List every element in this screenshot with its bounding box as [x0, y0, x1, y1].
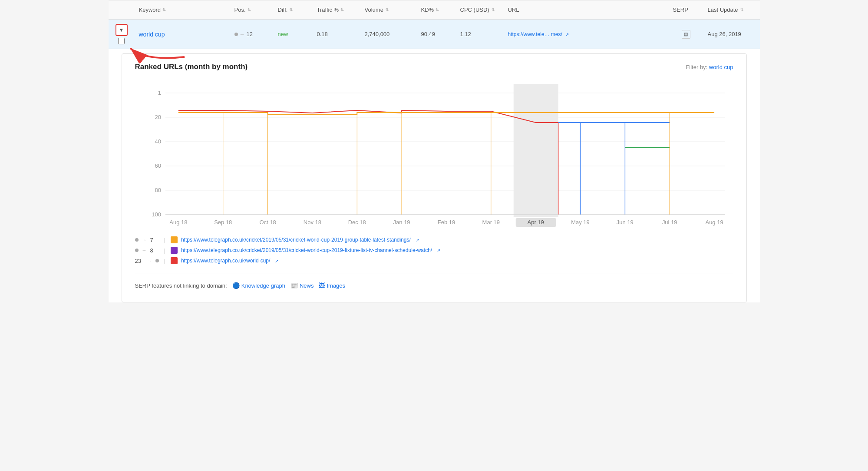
svg-rect-21 — [513, 84, 558, 217]
legend-dot-3 — [155, 259, 159, 262]
sort-keyword-icon: ⇅ — [162, 7, 166, 12]
col-diff[interactable]: Diff. ⇅ — [274, 4, 313, 16]
col-expand — [109, 7, 135, 13]
col-volume[interactable]: Volume ⇅ — [360, 4, 417, 16]
serp-features: SERP features not linking to domain: 🔵 K… — [135, 282, 733, 289]
divider — [135, 273, 733, 273]
svg-text:Dec 18: Dec 18 — [348, 219, 366, 226]
svg-text:40: 40 — [155, 138, 161, 145]
news-label: News — [300, 282, 314, 289]
sort-lastupdate-icon: ⇅ — [740, 7, 743, 12]
chart-container: 1 20 40 60 80 100 Aug 18 Sep 18 Oct 18 N… — [135, 80, 733, 228]
col-pos[interactable]: Pos. ⇅ — [230, 4, 274, 16]
panel-header: Ranked URLs (month by month) Filter by: … — [135, 63, 733, 71]
col-url: URL — [504, 4, 669, 16]
legend-ext-icon-2: ↗ — [437, 248, 440, 253]
legend-num-2: 8 — [150, 247, 159, 254]
col-traffic[interactable]: Traffic % ⇅ — [313, 4, 360, 16]
expanded-panel: Ranked URLs (month by month) Filter by: … — [122, 53, 747, 302]
knowledge-graph-label: Knowledge graph — [241, 282, 285, 289]
legend-dot-2 — [135, 249, 139, 252]
serp-features-label: SERP features not linking to domain: — [135, 282, 227, 289]
pos-value: 12 — [247, 31, 253, 37]
col-kd[interactable]: KD% ⇅ — [417, 4, 456, 16]
table-row: ▼ world cup → 12 new 0.18 2,740,000 90.4… — [109, 20, 760, 49]
serp-cell: ▤ — [669, 26, 703, 43]
legend-arrow-1: → — [142, 237, 147, 242]
lastupdate-value: Aug 26, 2019 — [708, 31, 741, 37]
legend-item-3: 23 → | https://www.telegraph.co.uk/world… — [135, 257, 733, 264]
legend-color-3 — [171, 257, 178, 264]
svg-text:Sep 18: Sep 18 — [214, 219, 232, 226]
svg-text:Aug 18: Aug 18 — [169, 219, 187, 226]
sort-traffic-icon: ⇅ — [340, 7, 344, 12]
sort-volume-icon: ⇅ — [385, 7, 389, 12]
legend-ext-icon-1: ↗ — [416, 238, 419, 242]
url-link[interactable]: https://www.tele… mes/ — [508, 31, 562, 37]
kd-value: 90.49 — [421, 31, 436, 37]
url-cell: https://www.tele… mes/ ↗ — [504, 27, 669, 42]
row-checkbox[interactable] — [118, 38, 125, 44]
sort-kd-icon: ⇅ — [436, 7, 439, 12]
serp-feature-knowledge-graph[interactable]: 🔵 Knowledge graph — [232, 282, 285, 289]
chart-svg: 1 20 40 60 80 100 Aug 18 Sep 18 Oct 18 N… — [135, 80, 733, 228]
cpc-value: 1.12 — [460, 31, 471, 37]
legend-ext-icon-3: ↗ — [275, 259, 278, 263]
table-header: Keyword ⇅ Pos. ⇅ Diff. ⇅ Traffic % ⇅ Vol… — [109, 0, 760, 20]
legend-arrow-3: → — [147, 258, 152, 263]
knowledge-graph-icon: 🔵 — [232, 282, 240, 289]
legend-url-2[interactable]: https://www.telegraph.co.uk/cricket/2019… — [181, 247, 432, 253]
svg-text:Oct 18: Oct 18 — [259, 219, 276, 226]
diff-cell: new — [274, 27, 313, 42]
kd-cell: 90.49 — [417, 27, 456, 42]
col-keyword[interactable]: Keyword ⇅ — [135, 4, 230, 16]
filter-link[interactable]: world cup — [709, 64, 733, 70]
serp-feature-news[interactable]: 📰 News — [290, 282, 314, 289]
svg-text:80: 80 — [155, 187, 161, 193]
svg-text:Aug 19: Aug 19 — [705, 219, 723, 226]
traffic-value: 0.18 — [317, 31, 328, 37]
legend-item-1: → 7 | https://www.telegraph.co.uk/cricke… — [135, 236, 733, 243]
keyword-link[interactable]: world cup — [139, 31, 165, 38]
svg-text:Mar 19: Mar 19 — [482, 219, 499, 226]
traffic-cell: 0.18 — [313, 27, 360, 42]
sort-pos-icon: ⇅ — [248, 7, 251, 12]
col-serp: SERP — [669, 4, 703, 16]
volume-value: 2,740,000 — [365, 31, 390, 37]
filter-by: Filter by: world cup — [686, 64, 733, 70]
url-external-icon: ↗ — [565, 32, 569, 37]
images-label: Images — [327, 282, 345, 289]
svg-text:Jul 19: Jul 19 — [662, 219, 677, 226]
expand-cell[interactable]: ▼ — [109, 20, 135, 49]
legend-color-1 — [171, 236, 178, 243]
lastupdate-cell: Aug 26, 2019 — [703, 27, 760, 42]
images-icon: 🖼 — [319, 282, 325, 289]
serp-icon: ▤ — [682, 30, 690, 39]
url-legend: → 7 | https://www.telegraph.co.uk/cricke… — [135, 236, 733, 264]
keyword-cell: world cup — [135, 27, 230, 42]
svg-text:Feb 19: Feb 19 — [437, 219, 455, 226]
legend-url-3[interactable]: https://www.telegraph.co.uk/world-cup/ — [181, 258, 270, 264]
svg-text:60: 60 — [155, 163, 161, 169]
svg-text:May 19: May 19 — [571, 219, 590, 226]
cpc-cell: 1.12 — [456, 27, 504, 42]
sort-diff-icon: ⇅ — [289, 7, 293, 12]
col-lastupdate[interactable]: Last Update ⇅ — [703, 4, 760, 16]
sort-cpc-icon: ⇅ — [491, 7, 495, 12]
expand-button[interactable]: ▼ — [116, 24, 128, 36]
svg-text:20: 20 — [155, 114, 161, 120]
legend-url-1[interactable]: https://www.telegraph.co.uk/cricket/2019… — [181, 237, 411, 243]
legend-num-1: 7 — [150, 237, 159, 243]
diff-value: new — [278, 31, 288, 37]
svg-text:100: 100 — [152, 211, 161, 218]
legend-arrow-2: → — [142, 248, 147, 253]
pos-dot — [234, 33, 238, 36]
svg-text:Apr 19: Apr 19 — [527, 219, 544, 226]
serp-feature-images[interactable]: 🖼 Images — [319, 282, 345, 289]
pos-cell: → 12 — [230, 27, 274, 42]
col-cpc[interactable]: CPC (USD) ⇅ — [456, 4, 504, 16]
legend-num-3: 23 — [135, 258, 144, 264]
legend-dot-1 — [135, 238, 139, 242]
pos-arrow-icon: → — [240, 31, 245, 37]
svg-text:Nov 18: Nov 18 — [303, 219, 321, 226]
